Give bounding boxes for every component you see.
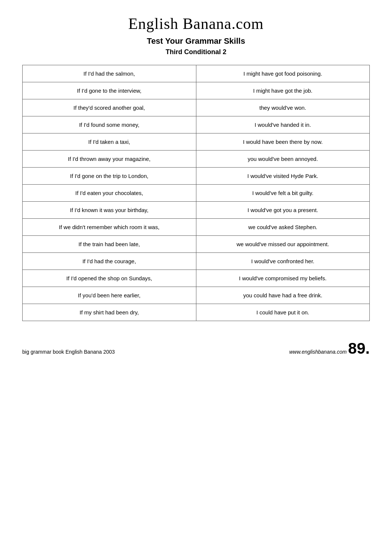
table-cell-right: I might have got the job. bbox=[196, 82, 370, 99]
footer-left-text: big grammar book English Banana 2003 bbox=[22, 349, 115, 355]
table-cell-right: I would have been there by now. bbox=[196, 133, 370, 151]
table-cell-left: If I'd thrown away your magazine, bbox=[23, 151, 196, 168]
table-cell-left: If I'd found some money, bbox=[23, 116, 196, 133]
table-row: If we didn't remember which room it was,… bbox=[23, 219, 370, 236]
grammar-table: If I'd had the salmon,I might have got f… bbox=[22, 65, 370, 321]
footer-website: www.englishbanana.com bbox=[289, 349, 347, 355]
table-cell-right: I would've confronted her. bbox=[196, 253, 370, 270]
table-cell-right: you could have had a free drink. bbox=[196, 287, 370, 304]
table-row: If I'd had the salmon,I might have got f… bbox=[23, 65, 370, 82]
table-row: If I'd found some money,I would've hande… bbox=[23, 116, 370, 133]
table-cell-right: I would've visited Hyde Park. bbox=[196, 168, 370, 185]
table-row: If you'd been here earlier,you could hav… bbox=[23, 287, 370, 304]
table-row: If I'd gone to the interview,I might hav… bbox=[23, 82, 370, 99]
footer: big grammar book English Banana 2003 www… bbox=[22, 336, 370, 357]
table-cell-left: If I'd gone on the trip to London, bbox=[23, 168, 196, 185]
table-cell-right: I would've handed it in. bbox=[196, 116, 370, 133]
table-cell-right: I could have put it on. bbox=[196, 304, 370, 321]
table-row: If I'd had the courage,I would've confro… bbox=[23, 253, 370, 270]
table-row: If the train had been late,we would've m… bbox=[23, 236, 370, 253]
table-cell-left: If they'd scored another goal, bbox=[23, 99, 196, 116]
table-row: If they'd scored another goal,they would… bbox=[23, 99, 370, 116]
table-cell-right: we would've missed our appointment. bbox=[196, 236, 370, 253]
table-cell-left: If I'd opened the shop on Sundays, bbox=[23, 270, 196, 287]
table-cell-left: If I'd taken a taxi, bbox=[23, 133, 196, 151]
table-cell-left: If I'd had the courage, bbox=[23, 253, 196, 270]
footer-right: www.englishbanana.com 89. bbox=[289, 340, 370, 357]
table-row: If my shirt had been dry,I could have pu… bbox=[23, 304, 370, 321]
table-row: If I'd opened the shop on Sundays,I woul… bbox=[23, 270, 370, 287]
table-cell-left: If I'd known it was your birthday, bbox=[23, 202, 196, 219]
table-cell-right: I would've felt a bit guilty. bbox=[196, 185, 370, 202]
table-cell-left: If my shirt had been dry, bbox=[23, 304, 196, 321]
table-row: If I'd eaten your chocolates,I would've … bbox=[23, 185, 370, 202]
table-row: If I'd taken a taxi,I would have been th… bbox=[23, 133, 370, 151]
table-cell-right: I would've got you a present. bbox=[196, 202, 370, 219]
table-cell-left: If the train had been late, bbox=[23, 236, 196, 253]
page-number: 89. bbox=[348, 340, 370, 357]
table-cell-left: If I'd gone to the interview, bbox=[23, 82, 196, 99]
table-cell-left: If I'd had the salmon, bbox=[23, 65, 196, 82]
section-title: Test Your Grammar Skills bbox=[22, 36, 370, 46]
table-cell-left: If we didn't remember which room it was, bbox=[23, 219, 196, 236]
table-cell-right: you would've been annoyed. bbox=[196, 151, 370, 168]
sub-title: Third Conditional 2 bbox=[22, 48, 370, 56]
table-row: If I'd thrown away your magazine,you wou… bbox=[23, 151, 370, 168]
table-row: If I'd known it was your birthday,I woul… bbox=[23, 202, 370, 219]
table-cell-left: If you'd been here earlier, bbox=[23, 287, 196, 304]
table-cell-left: If I'd eaten your chocolates, bbox=[23, 185, 196, 202]
table-cell-right: they would've won. bbox=[196, 99, 370, 116]
table-cell-right: I would've compromised my beliefs. bbox=[196, 270, 370, 287]
table-cell-right: I might have got food poisoning. bbox=[196, 65, 370, 82]
site-title: English Banana.com bbox=[22, 15, 370, 33]
table-cell-right: we could've asked Stephen. bbox=[196, 219, 370, 236]
table-row: If I'd gone on the trip to London,I woul… bbox=[23, 168, 370, 185]
